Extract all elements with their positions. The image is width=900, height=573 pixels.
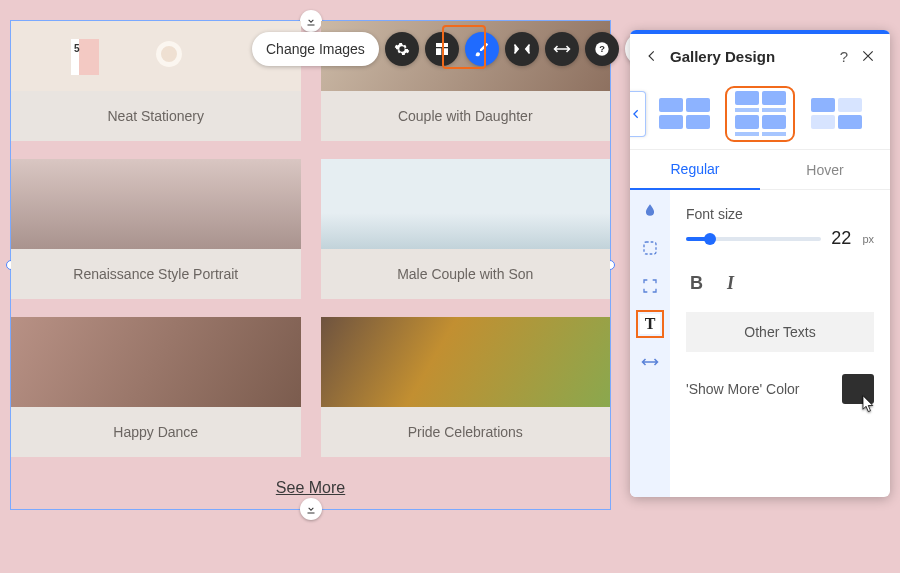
font-size-unit: px [862, 233, 874, 245]
gallery-caption: Neat Stationery [11, 91, 301, 141]
chevron-left-icon [645, 49, 659, 63]
rail-corners[interactable] [640, 276, 660, 296]
design-button[interactable] [465, 32, 499, 66]
bold-toggle[interactable]: B [690, 273, 703, 294]
droplet-icon [643, 201, 657, 219]
design-panel: Gallery Design ? Regular Hover [630, 30, 890, 497]
gallery-card[interactable]: Male Couple with Son [321, 159, 611, 299]
rail-spacing[interactable] [640, 352, 660, 372]
gallery: 5 Neat Stationery Couple with Daughter R… [11, 21, 610, 509]
italic-toggle[interactable]: I [727, 273, 734, 294]
gallery-thumb [11, 317, 301, 407]
other-texts-header: Other Texts [686, 312, 874, 352]
svg-text:?: ? [599, 44, 605, 54]
gallery-thumb [321, 317, 611, 407]
layouts-prev[interactable] [630, 91, 646, 137]
cursor-icon [860, 394, 878, 414]
panel-content: Font size 22px B I Other Texts 'Show Mor… [670, 190, 890, 497]
gallery-row: Renaissance Style Portrait Male Couple w… [11, 159, 610, 299]
gallery-card[interactable]: Happy Dance [11, 317, 301, 457]
rail-text[interactable]: T [640, 314, 660, 334]
gallery-caption: Male Couple with Son [321, 249, 611, 299]
close-icon [861, 49, 875, 63]
settings-button[interactable] [385, 32, 419, 66]
help-button[interactable]: ? [585, 32, 619, 66]
gallery-caption: Happy Dance [11, 407, 301, 457]
gallery-card[interactable]: Pride Celebrations [321, 317, 611, 457]
gallery-thumb [11, 159, 301, 249]
brush-icon [474, 41, 490, 57]
text-icon: T [645, 315, 656, 333]
see-more-link[interactable]: See More [11, 479, 610, 497]
font-size-row: 22px [686, 228, 874, 249]
crop-icon [513, 42, 531, 56]
state-tabs: Regular Hover [630, 150, 890, 190]
layout-button[interactable] [425, 32, 459, 66]
stretch-button[interactable] [545, 32, 579, 66]
panel-header: Gallery Design ? [630, 34, 890, 78]
rail-fill[interactable] [640, 200, 660, 220]
font-size-label: Font size [686, 206, 874, 222]
layout-option-2[interactable] [731, 92, 789, 136]
panel-rail: T [630, 190, 670, 497]
stretch-icon [553, 43, 571, 55]
gallery-caption: Renaissance Style Portrait [11, 249, 301, 299]
element-toolbar: Change Images ? [252, 31, 659, 67]
font-size-value: 22 [831, 228, 851, 249]
layout-option-3[interactable] [807, 92, 865, 136]
crop-button[interactable] [505, 32, 539, 66]
border-dashed-icon [642, 240, 658, 256]
spacing-icon [641, 356, 659, 368]
font-style-row: B I [690, 273, 874, 294]
layout-presets [630, 78, 890, 150]
show-more-color-swatch[interactable] [842, 374, 874, 404]
gallery-row: Happy Dance Pride Celebrations [11, 317, 610, 457]
panel-title: Gallery Design [670, 48, 775, 65]
show-more-color-label: 'Show More' Color [686, 381, 800, 397]
gear-icon [394, 41, 410, 57]
gallery-caption: Couple with Daughter [321, 91, 611, 141]
change-images-button[interactable]: Change Images [252, 32, 379, 66]
change-images-label: Change Images [266, 41, 365, 57]
gallery-selection[interactable]: 5 Neat Stationery Couple with Daughter R… [10, 20, 611, 510]
back-button[interactable] [640, 44, 664, 68]
help-icon: ? [840, 48, 848, 65]
svg-rect-2 [644, 242, 656, 254]
corners-icon [642, 278, 658, 294]
panel-help-button[interactable]: ? [832, 44, 856, 68]
tab-regular[interactable]: Regular [630, 150, 760, 190]
layout-option-1[interactable] [655, 92, 713, 136]
font-size-slider[interactable] [686, 237, 821, 241]
gallery-thumb [321, 159, 611, 249]
chevron-left-icon [631, 107, 641, 121]
panel-body: T Font size 22px B I Other Texts 'Show M… [630, 190, 890, 497]
help-icon: ? [594, 41, 610, 57]
gallery-card[interactable]: Renaissance Style Portrait [11, 159, 301, 299]
rail-border-dashed[interactable] [640, 238, 660, 258]
panel-close-button[interactable] [856, 44, 880, 68]
tab-hover[interactable]: Hover [760, 150, 890, 190]
show-more-color-row: 'Show More' Color [686, 374, 874, 404]
layout-icon [434, 41, 450, 57]
gallery-caption: Pride Celebrations [321, 407, 611, 457]
